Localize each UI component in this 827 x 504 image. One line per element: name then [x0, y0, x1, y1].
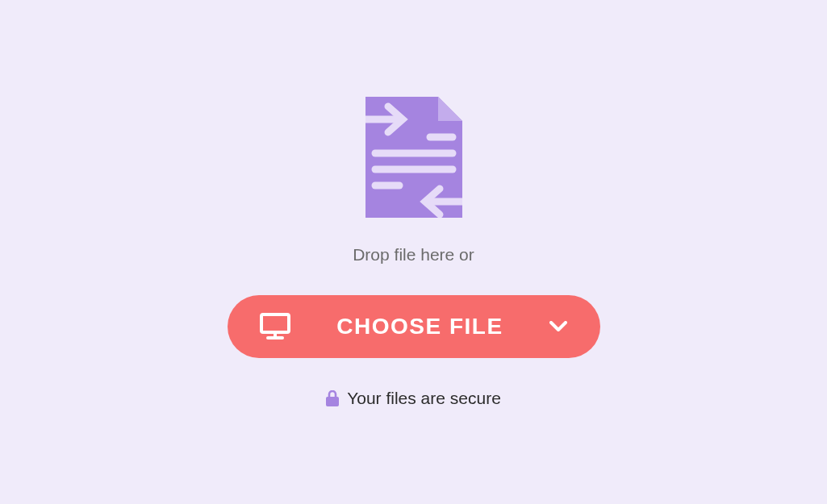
- file-transfer-icon: [365, 97, 462, 221]
- svg-rect-6: [261, 314, 289, 332]
- desktop-icon: [260, 313, 290, 340]
- chevron-down-icon: [549, 321, 567, 332]
- lock-icon: [326, 390, 339, 406]
- secure-files-text: Your files are secure: [347, 389, 501, 408]
- drop-file-text: Drop file here or: [353, 245, 474, 264]
- file-uploader: Drop file here or CHOOSE FILE Your files…: [228, 97, 600, 408]
- svg-rect-9: [326, 397, 339, 406]
- choose-file-button[interactable]: CHOOSE FILE: [228, 295, 600, 358]
- choose-file-label: CHOOSE FILE: [336, 314, 503, 339]
- secure-files-row: Your files are secure: [326, 389, 501, 408]
